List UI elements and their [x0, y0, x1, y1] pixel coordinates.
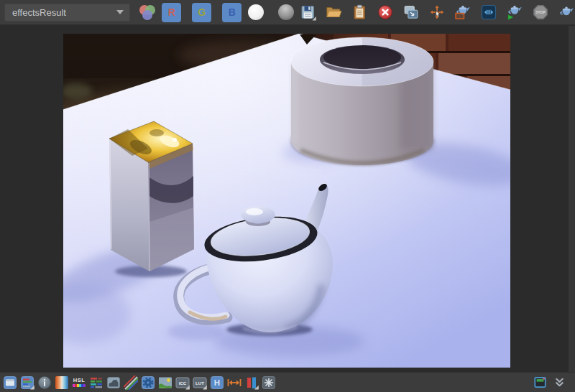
h-matte-icon: H: [210, 375, 224, 390]
pan-move-button[interactable]: [428, 4, 446, 21]
h-label: H: [214, 378, 220, 387]
fit-width-button[interactable]: [227, 375, 242, 390]
toolbar-icon-group: STOP: [299, 4, 575, 21]
statusbar-right-group: [533, 375, 566, 390]
channel-bars-icon: [20, 375, 34, 390]
render-region-button[interactable]: [454, 4, 472, 21]
channel-dropdown-value: effectsResult: [12, 7, 116, 18]
chevron-down-icon: [116, 10, 124, 14]
lut-icon: LUT: [193, 375, 207, 390]
white-point-button[interactable]: [248, 4, 264, 20]
chevron-double-down-icon: [553, 376, 566, 388]
image-display-icon: [158, 375, 172, 390]
blue-channel-button[interactable]: B: [222, 3, 242, 22]
fit-width-icon: [227, 375, 242, 390]
scrollbar[interactable]: [569, 26, 575, 372]
collapse-button[interactable]: [552, 375, 566, 390]
lut-button[interactable]: LUT: [193, 375, 207, 390]
stop-icon: STOP: [532, 4, 549, 21]
statusbar-icon-group: HSL: [3, 375, 276, 390]
h-matte-button[interactable]: H: [210, 375, 224, 390]
hsl-icon: HSL: [73, 378, 86, 388]
render-scene-button[interactable]: [558, 4, 575, 21]
render-start-icon: [506, 4, 523, 21]
histogram-icon: [106, 375, 121, 390]
rgb-channels-icon[interactable]: [137, 4, 157, 21]
open-folder-icon: [325, 4, 342, 21]
top-toolbar: effectsResult R G B: [0, 0, 575, 25]
mini-window-button[interactable]: [533, 375, 547, 390]
info-icon: [37, 375, 52, 390]
stop-label: STOP: [535, 10, 546, 14]
snapshot-icon: [402, 4, 420, 21]
sparkle-icon: [262, 375, 276, 390]
green-channel-button[interactable]: G: [192, 3, 211, 22]
false-color-icon: [55, 376, 68, 389]
icc-profile-button[interactable]: ICC: [175, 375, 190, 390]
save-icon: [299, 4, 316, 21]
display-panel-button[interactable]: [3, 375, 17, 390]
render-image[interactable]: [63, 34, 510, 368]
snapshot-button[interactable]: [402, 4, 420, 21]
clipboard-button[interactable]: [351, 4, 368, 21]
curves-button[interactable]: [124, 375, 138, 390]
rgb-circles-glyph: [137, 4, 157, 21]
open-folder-button[interactable]: [325, 4, 342, 21]
render-region-icon: [454, 4, 472, 21]
icc-profile-icon: ICC: [175, 375, 190, 390]
sparkle-button[interactable]: [262, 375, 276, 390]
channel-rows-button[interactable]: [89, 375, 104, 390]
info-button[interactable]: [37, 375, 52, 390]
red-channel-button[interactable]: R: [162, 3, 181, 22]
channel-bars-button[interactable]: [20, 375, 34, 390]
histogram-button[interactable]: [106, 375, 121, 390]
blue-channel-label: B: [229, 6, 236, 18]
render-start-button[interactable]: [506, 4, 523, 21]
delete-button[interactable]: [377, 4, 394, 21]
curves-icon: [124, 375, 138, 390]
render-scene-icon: [558, 4, 575, 21]
icc-label: ICC: [179, 380, 187, 385]
pan-move-icon: [428, 4, 446, 21]
hsl-label: HSL: [73, 378, 86, 383]
green-channel-label: G: [198, 6, 206, 18]
image-viewport: [0, 26, 575, 372]
clipboard-icon: [351, 4, 368, 21]
render-stop-button[interactable]: STOP: [532, 4, 549, 21]
red-channel-label: R: [168, 6, 175, 18]
gray-point-button[interactable]: [278, 4, 294, 20]
bottom-toolbar: HSL: [0, 372, 575, 392]
ipr-icon: [480, 4, 497, 21]
mini-window-icon: [534, 376, 546, 388]
display-panel-icon: [3, 375, 17, 390]
delete-icon: [377, 4, 394, 21]
app-window: effectsResult R G B: [0, 0, 575, 392]
image-display-button[interactable]: [158, 375, 172, 390]
ipr-toggle-button[interactable]: [480, 4, 497, 21]
save-button[interactable]: [299, 4, 316, 21]
channel-rows-icon: [89, 375, 104, 390]
channel-dropdown[interactable]: effectsResult: [4, 4, 130, 22]
lut-label: LUT: [196, 380, 204, 385]
processing-gear-icon: [141, 375, 155, 390]
ab-compare-button[interactable]: [244, 375, 259, 390]
false-color-button[interactable]: [55, 375, 69, 390]
hsl-button[interactable]: HSL: [72, 375, 86, 390]
ab-compare-icon: [244, 375, 259, 390]
processing-gear-button[interactable]: [141, 375, 155, 390]
